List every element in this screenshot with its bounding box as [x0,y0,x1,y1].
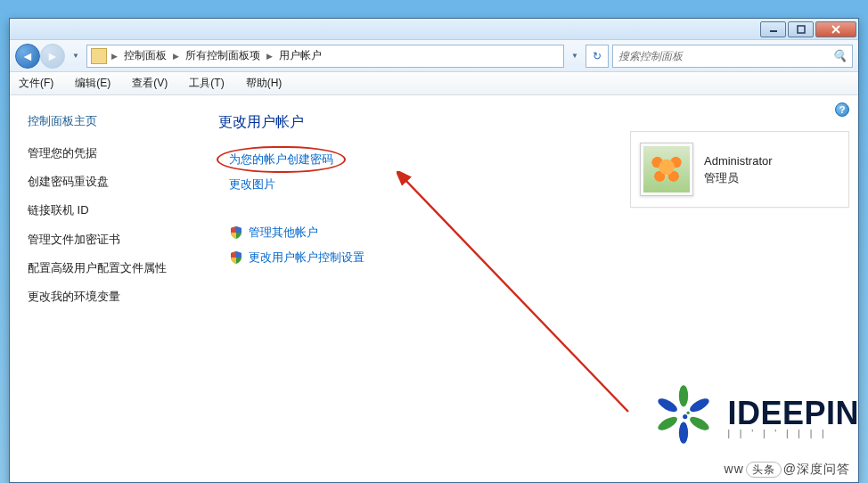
sidebar-link-online-id[interactable]: 链接联机 ID [28,202,188,218]
task-link-label: 管理其他帐户 [249,225,318,241]
sidebar-home-link[interactable]: 控制面板主页 [28,113,188,129]
chevron-right-icon: ▶ [264,52,275,61]
address-bar: ◄ ► ▼ ▶ 控制面板 ▶ 所有控制面板项 ▶ 用户帐户 ▼ ↻ 🔍 [10,40,858,72]
user-name: Administrator [704,152,773,170]
task-manage-other-accounts[interactable]: 管理其他帐户 [229,225,846,241]
control-panel-window: ◄ ► ▼ ▶ 控制面板 ▶ 所有控制面板项 ▶ 用户帐户 ▼ ↻ 🔍 文件(F… [9,18,859,483]
nav-history-dropdown[interactable]: ▼ [69,47,83,65]
avatar [640,143,693,196]
main-panel: 更改用户帐户 为您的帐户创建密码 更改图片 管理其他帐户 更改用户帐户控制设置 [206,95,858,482]
sidebar-link-advanced-profile[interactable]: 配置高级用户配置文件属性 [28,260,188,276]
menu-file[interactable]: 文件(F) [15,74,57,93]
current-user-panel: Administrator 管理员 [630,131,849,208]
chevron-right-icon: ▶ [170,52,182,61]
search-input[interactable] [618,50,832,62]
sidebar-link-cert[interactable]: 管理文件加密证书 [28,232,188,248]
shield-icon [229,250,243,265]
sidebar-link-credentials[interactable]: 管理您的凭据 [28,145,188,161]
titlebar [10,19,858,40]
flower-icon [643,146,690,192]
chevron-right-icon: ▶ [109,52,120,61]
control-panel-icon [91,48,107,64]
minimize-button[interactable] [760,21,786,37]
task-link-label: 更改用户帐户控制设置 [249,250,364,266]
refresh-button[interactable]: ↻ [585,45,609,68]
breadcrumb-item[interactable]: 用户帐户 [277,48,323,63]
maximize-button[interactable] [788,21,814,37]
content-area: ? 控制面板主页 管理您的凭据 创建密码重设盘 链接联机 ID 管理文件加密证书… [10,95,858,482]
sidebar: 控制面板主页 管理您的凭据 创建密码重设盘 链接联机 ID 管理文件加密证书 配… [10,95,206,482]
breadcrumb-item[interactable]: 控制面板 [122,48,168,63]
breadcrumb[interactable]: ▶ 控制面板 ▶ 所有控制面板项 ▶ 用户帐户 [86,45,564,68]
user-role: 管理员 [704,169,773,187]
page-title: 更改用户帐户 [218,113,846,132]
watermark-attribution: ww头条@深度问答 [725,462,850,478]
sidebar-link-reset-disk[interactable]: 创建密码重设盘 [28,174,188,190]
task-uac-settings[interactable]: 更改用户帐户控制设置 [229,250,846,266]
menu-tools[interactable]: 工具(T) [185,74,227,93]
breadcrumb-item[interactable]: 所有控制面板项 [184,48,262,63]
menu-help[interactable]: 帮助(H) [242,74,286,93]
menu-view[interactable]: 查看(V) [128,74,171,93]
search-box[interactable]: 🔍 [612,45,853,68]
close-button[interactable] [815,21,856,37]
nav-back-button[interactable]: ◄ [15,44,40,69]
shield-icon [229,225,243,240]
task-link-label: 更改图片 [229,176,275,192]
breadcrumb-dropdown[interactable]: ▼ [568,47,582,65]
svg-rect-1 [798,26,805,33]
menu-edit[interactable]: 编辑(E) [71,74,114,93]
menu-bar: 文件(F) 编辑(E) 查看(V) 工具(T) 帮助(H) [10,72,858,95]
search-icon: 🔍 [832,49,847,62]
nav-forward-button[interactable]: ► [40,44,65,69]
task-link-label: 为您的帐户创建密码 [229,151,333,168]
sidebar-link-env-vars[interactable]: 更改我的环境变量 [28,289,188,305]
svg-rect-0 [770,30,777,32]
